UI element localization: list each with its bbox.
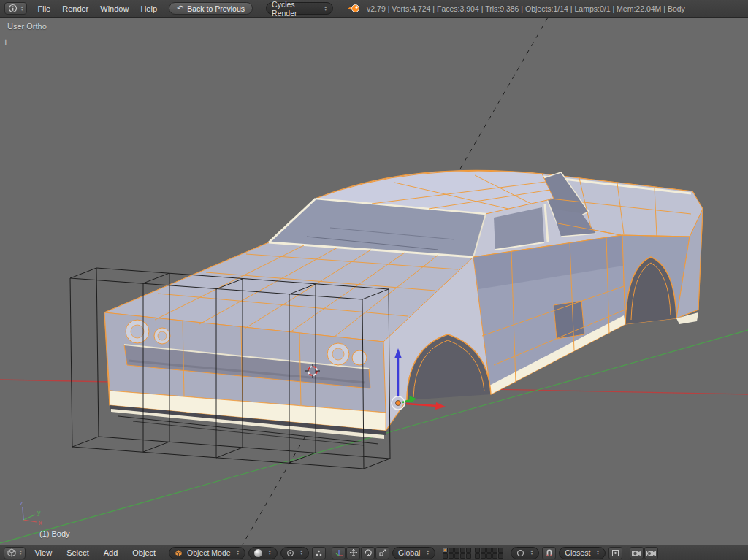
menu-view[interactable]: View <box>28 546 58 559</box>
blender-window: ▲▼ File Render Window Help ↶ Back to Pre… <box>0 0 748 560</box>
dropdown-arrows-icon: ▲▼ <box>300 550 303 556</box>
proportional-edit-icon <box>516 549 524 557</box>
dropdown-arrows-icon: ▲▼ <box>596 550 599 556</box>
dropdown-arrows-icon: ▲▼ <box>530 550 533 556</box>
orientation-select[interactable]: Global ▲▼ <box>392 547 435 559</box>
layer-cell-active[interactable] <box>443 548 448 553</box>
manipulate-center-points-toggle[interactable] <box>312 547 326 559</box>
info-editor-icon <box>8 4 18 13</box>
opengl-render-anim-button[interactable] <box>644 547 658 559</box>
editor-type-button-3dview[interactable]: ▲▼ <box>4 547 26 559</box>
dropdown-arrows-icon: ▲▼ <box>268 550 271 556</box>
dropdown-arrows-icon: ▲▼ <box>19 550 22 556</box>
shading-sphere-icon <box>254 549 262 557</box>
menu-select[interactable]: Select <box>61 546 95 559</box>
scene-canvas: x y z <box>0 18 748 545</box>
snap-target-icon <box>611 549 619 557</box>
editor-type-button[interactable]: ▲▼ <box>4 2 27 15</box>
center-points-icon <box>315 549 323 557</box>
magnet-icon <box>545 548 554 557</box>
render-engine-select[interactable]: Cycles Render ▲▼ <box>266 2 333 15</box>
translate-manipulator-button[interactable] <box>346 547 360 559</box>
menu-file[interactable]: File <box>31 2 56 15</box>
menu-object[interactable]: Object <box>126 546 161 559</box>
scale-icon <box>378 548 387 557</box>
viewport-shading-select[interactable]: ▲▼ <box>248 547 277 559</box>
render-engine-label: Cycles Render <box>272 0 318 18</box>
manipulator-axes-icon <box>335 548 343 557</box>
menu-window[interactable]: Window <box>94 2 134 15</box>
active-object-label: (1) Body <box>39 529 70 538</box>
dropdown-arrows-icon: ▲▼ <box>324 6 327 12</box>
orientation-select-label: Global <box>398 548 420 557</box>
snap-target-button[interactable] <box>608 547 622 559</box>
viewport-3d[interactable]: x y z User Ortho + (1) Body <box>0 18 748 545</box>
dropdown-arrows-icon: ▲▼ <box>237 550 240 556</box>
view-orientation-label: User Ortho <box>7 22 47 31</box>
layers-widget[interactable] <box>443 548 503 559</box>
stats-text: v2.79 | Verts:4,724 | Faces:3,904 | Tris… <box>367 4 685 13</box>
snap-toggle-button[interactable] <box>542 547 556 559</box>
axis-y-label: y <box>37 509 41 516</box>
rotate-manipulator-button[interactable] <box>361 547 375 559</box>
object-mode-icon <box>175 549 183 557</box>
mini-axis-gizmo: x y z <box>20 499 42 526</box>
gizmo-x-arrow <box>406 404 437 406</box>
dropdown-arrows-icon: ▲▼ <box>20 6 23 12</box>
menu-help[interactable]: Help <box>134 2 163 15</box>
info-header: ▲▼ File Render Window Help ↶ Back to Pre… <box>0 0 748 18</box>
pivot-center-select[interactable]: ▲▼ <box>280 547 309 559</box>
snap-element-select[interactable]: Closest ▲▼ <box>559 547 605 559</box>
translate-icon <box>349 548 358 557</box>
pivot-point-icon <box>286 549 294 557</box>
object-origin-dot <box>396 401 401 406</box>
menu-render[interactable]: Render <box>56 2 94 15</box>
dropdown-arrows-icon: ▲▼ <box>426 550 429 556</box>
back-arrow-icon: ↶ <box>177 4 183 13</box>
3d-view-editor-icon <box>7 548 16 557</box>
car-body-mesh[interactable] <box>104 170 703 445</box>
camera-icon <box>631 549 642 557</box>
transform-manipulator-toggle[interactable] <box>332 547 346 559</box>
blender-logo <box>346 3 361 14</box>
rotate-icon <box>364 548 373 557</box>
mode-select-label: Object Mode <box>187 548 231 557</box>
mode-select[interactable]: Object Mode ▲▼ <box>169 547 245 559</box>
toolbar-open-button[interactable]: + <box>3 38 9 47</box>
camera-film-icon <box>646 549 657 557</box>
back-to-previous-label: Back to Previous <box>187 4 245 13</box>
back-to-previous-button[interactable]: ↶ Back to Previous <box>169 2 253 15</box>
scale-manipulator-button[interactable] <box>375 547 389 559</box>
opengl-render-button[interactable] <box>630 547 644 559</box>
snap-element-label: Closest <box>565 548 590 557</box>
axis-x-label: x <box>39 519 42 526</box>
viewport-header: ▲▼ View Select Add Object Object Mode ▲▼… <box>0 545 748 560</box>
proportional-edit-select[interactable]: ▲▼ <box>511 547 539 559</box>
axis-z-label: z <box>20 499 23 507</box>
menu-add[interactable]: Add <box>98 546 124 559</box>
